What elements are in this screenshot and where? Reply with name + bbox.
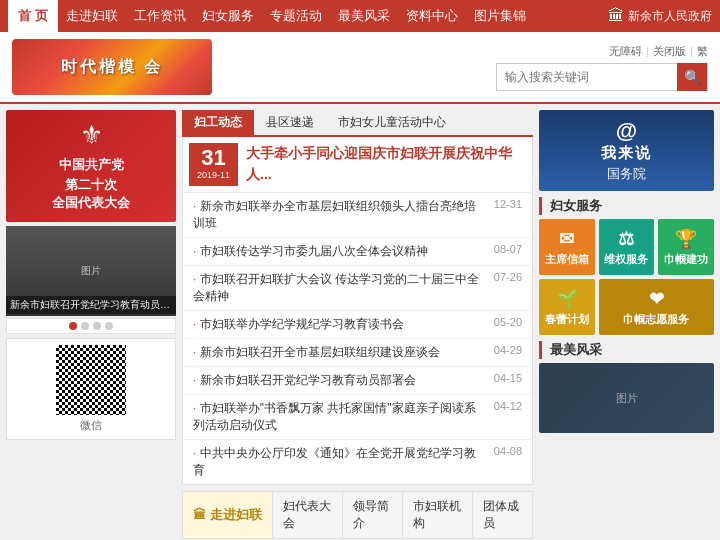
header-options: 无障碍 | 关闭版 | 繁 (609, 44, 708, 59)
news-date-2: 07-26 (494, 271, 522, 305)
news-title-4: · 新余市妇联召开全市基层妇联组织建设座谈会 (193, 344, 440, 361)
party-line2: 第二十次 (14, 176, 168, 194)
news-title-0: · 新余市妇联举办全市基层妇联组织领头人擂台亮绝培训班 (193, 198, 486, 232)
news-list: · 新余市妇联举办全市基层妇联组织领头人擂台亮绝培训班 12-31 · 市妇联传… (182, 193, 533, 485)
featured-date-block: 31 2019-11 (189, 143, 238, 186)
option-traditional[interactable]: 繁 (697, 44, 708, 59)
featured-date-sub: 2019-11 (197, 169, 230, 182)
main-content: ⚜ 中国共产党 第二十次 全国代表大会 图片 新余市妇联召开党纪学习教育动员部署… (0, 104, 720, 540)
news-item-7[interactable]: · 中共中央办公厅印发《通知》在全党开展党纪学习教育 04-08 (183, 440, 532, 484)
party-line1: 中国共产党 (14, 155, 168, 176)
right-ad-at: @ (616, 118, 637, 144)
logo-text: 时代楷模 会 (61, 57, 163, 78)
service-item-rights[interactable]: ⚖ 维权服务 (599, 219, 655, 275)
service-section-title: 妇女服务 (539, 197, 714, 215)
dot-4[interactable] (105, 322, 113, 330)
dot-2[interactable] (81, 322, 89, 330)
nav-right: 🏛 新余市人民政府 (608, 7, 712, 25)
tab-children[interactable]: 市妇女儿童活动中心 (326, 110, 458, 135)
sub-nav-item-members[interactable]: 团体成员 (473, 492, 532, 538)
logo[interactable]: 时代楷模 会 (12, 39, 212, 95)
volunteer-label: 巾帼志愿服务 (623, 312, 689, 327)
slider-dots (6, 318, 176, 334)
spring-icon: 🌱 (556, 288, 578, 310)
search-box: 🔍 (496, 63, 708, 91)
sub-nav-item-org[interactable]: 市妇联机构 (403, 492, 473, 538)
news-title-1: · 市妇联传达学习市委九届八次全体会议精神 (193, 243, 428, 260)
right-ad-lines: 我来说 (601, 144, 652, 163)
center-column: 妇工动态 县区速递 市妇女儿童活动中心 31 2019-11 大手牵小手同心迎国… (182, 110, 533, 540)
news-title-5: · 新余市妇联召开党纪学习教育动员部署会 (193, 372, 416, 389)
merit-label: 巾帼建功 (664, 252, 708, 267)
dot-3[interactable] (93, 322, 101, 330)
merit-icon: 🏆 (675, 228, 697, 250)
news-item-4[interactable]: · 新余市妇联召开全市基层妇联组织建设座谈会 04-29 (183, 339, 532, 367)
wechat-label: 微信 (13, 418, 169, 433)
featured-date: 31 (197, 147, 230, 169)
volunteer-icon: ❤ (649, 288, 664, 310)
option-close[interactable]: 关闭版 (653, 44, 686, 59)
nav-item-resources[interactable]: 资料中心 (398, 0, 466, 32)
news-item-3[interactable]: · 市妇联举办学纪学规纪学习教育读书会 05-20 (183, 311, 532, 339)
dot-1[interactable] (69, 322, 77, 330)
right-column: @ 我来说 国务院 妇女服务 ✉ 主席信箱 ⚖ 维权服务 🏆 巾帼建功 🌱 春蕾… (539, 110, 714, 540)
search-button[interactable]: 🔍 (677, 63, 707, 91)
nav-item-beauty[interactable]: 最美风采 (330, 0, 398, 32)
service-grid: ✉ 主席信箱 ⚖ 维权服务 🏆 巾帼建功 🌱 春蕾计划 ❤ 巾帼志愿服务 (539, 219, 714, 335)
featured-news: 31 2019-11 大手牵小手同心迎国庆市妇联开展庆祝中华人... (182, 137, 533, 193)
inbox-icon: ✉ (559, 228, 574, 250)
sub-nav: 🏛走进妇联 妇代表大会 领导简介 市妇联机构 团体成员 (182, 491, 533, 539)
slide-caption: 新余市妇联召开党纪学习教育动员部署会 (6, 296, 176, 314)
news-item-1[interactable]: · 市妇联传达学习市委九届八次全体会议精神 08-07 (183, 238, 532, 266)
gov-label[interactable]: 新余市人民政府 (628, 8, 712, 25)
tab-district[interactable]: 县区速递 (254, 110, 326, 135)
rights-icon: ⚖ (618, 228, 634, 250)
service-item-merit[interactable]: 🏆 巾帼建功 (658, 219, 714, 275)
news-title-2: · 市妇联召开妇联扩大会议 传达学习党的二十届三中全会精神 (193, 271, 486, 305)
news-date-1: 08-07 (494, 243, 522, 260)
news-item-0[interactable]: · 新余市妇联举办全市基层妇联组织领头人擂台亮绝培训班 12-31 (183, 193, 532, 238)
news-date-5: 04-15 (494, 372, 522, 389)
news-date-4: 04-29 (494, 344, 522, 361)
nav-item-news[interactable]: 工作资讯 (126, 0, 194, 32)
news-item-2[interactable]: · 市妇联召开妇联扩大会议 传达学习党的二十届三中全会精神 07-26 (183, 266, 532, 311)
option-accessible[interactable]: 无障碍 (609, 44, 642, 59)
qr-section: 微信 (6, 338, 176, 440)
party-banner: ⚜ 中国共产党 第二十次 全国代表大会 (6, 110, 176, 222)
left-slideshow: 图片 新余市妇联召开党纪学习教育动员部署会 (6, 226, 176, 316)
sub-nav-item-delegates[interactable]: 妇代表大会 (273, 492, 343, 538)
spring-label: 春蕾计划 (545, 312, 589, 327)
featured-title[interactable]: 大手牵小手同心迎国庆市妇联开展庆祝中华人... (246, 143, 526, 185)
sub-nav-label: 🏛走进妇联 (183, 492, 273, 538)
beauty-image: 图片 (539, 363, 714, 433)
news-title-3: · 市妇联举办学纪学规纪学习教育读书会 (193, 316, 404, 333)
service-item-volunteer[interactable]: ❤ 巾帼志愿服务 (599, 279, 714, 335)
news-date-6: 04-12 (494, 400, 522, 434)
nav-item-home[interactable]: 首 页 (8, 0, 58, 32)
qr-code (56, 345, 126, 415)
nav-item-about[interactable]: 走进妇联 (58, 0, 126, 32)
nav-item-gallery[interactable]: 图片集锦 (466, 0, 534, 32)
service-item-inbox[interactable]: ✉ 主席信箱 (539, 219, 595, 275)
news-tabs: 妇工动态 县区速递 市妇女儿童活动中心 (182, 110, 533, 137)
news-date-7: 04-08 (494, 445, 522, 479)
gov-icon: 🏛 (608, 7, 624, 25)
right-ad-sub: 国务院 (607, 165, 646, 183)
inbox-label: 主席信箱 (545, 252, 589, 267)
sub-nav-item-leaders[interactable]: 领导简介 (343, 492, 403, 538)
news-title-7: · 中共中央办公厅印发《通知》在全党开展党纪学习教育 (193, 445, 486, 479)
service-item-spring[interactable]: 🌱 春蕾计划 (539, 279, 595, 335)
nav-item-service[interactable]: 妇女服务 (194, 0, 262, 32)
rights-label: 维权服务 (604, 252, 648, 267)
news-item-5[interactable]: · 新余市妇联召开党纪学习教育动员部署会 04-15 (183, 367, 532, 395)
news-item-6[interactable]: · 市妇联举办"书香飘万家 共托家国情"家庭亲子阅读系列活动启动仪式 04-12 (183, 395, 532, 440)
header: 时代楷模 会 无障碍 | 关闭版 | 繁 🔍 (0, 32, 720, 104)
news-title-6: · 市妇联举办"书香飘万家 共托家国情"家庭亲子阅读系列活动启动仪式 (193, 400, 486, 434)
right-ad-banner[interactable]: @ 我来说 国务院 (539, 110, 714, 191)
party-line3: 全国代表大会 (14, 194, 168, 212)
search-input[interactable] (497, 70, 677, 84)
nav-item-activities[interactable]: 专题活动 (262, 0, 330, 32)
tab-women-work[interactable]: 妇工动态 (182, 110, 254, 135)
beauty-section-title: 最美风采 (539, 341, 714, 359)
header-right: 无障碍 | 关闭版 | 繁 🔍 (496, 44, 708, 91)
